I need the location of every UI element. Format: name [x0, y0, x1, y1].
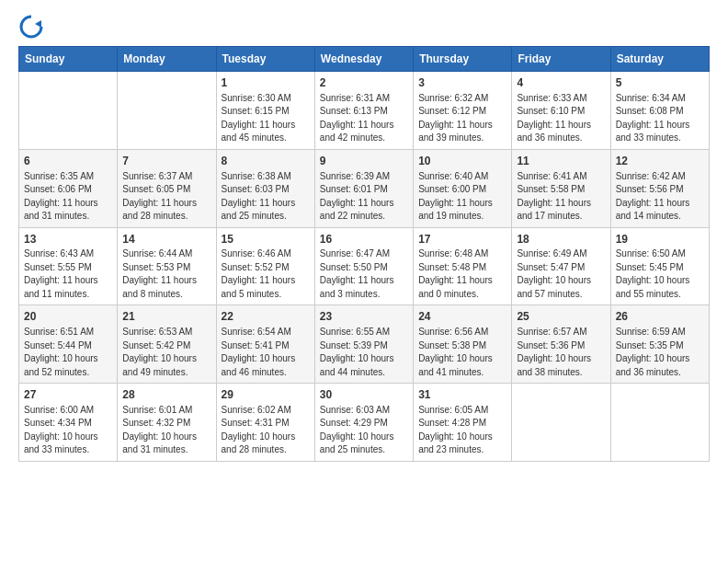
logo-icon: [18, 13, 44, 39]
day-number: 29: [222, 387, 310, 403]
calendar-week-row: 1Sunrise: 6:30 AM Sunset: 6:15 PM Daylig…: [19, 72, 710, 150]
svg-marker-0: [35, 20, 41, 28]
table-row: 7Sunrise: 6:37 AM Sunset: 6:05 PM Daylig…: [118, 149, 216, 227]
day-number: 3: [418, 75, 506, 91]
table-row: [610, 384, 709, 462]
day-number: 26: [616, 309, 704, 325]
day-info: Sunrise: 6:49 AM Sunset: 5:47 PM Dayligh…: [517, 247, 605, 301]
col-friday: Friday: [512, 47, 610, 72]
day-number: 13: [24, 232, 112, 247]
table-row: 15Sunrise: 6:46 AM Sunset: 5:52 PM Dayli…: [216, 227, 314, 305]
table-row: 16Sunrise: 6:47 AM Sunset: 5:50 PM Dayli…: [314, 227, 413, 305]
day-info: Sunrise: 6:54 AM Sunset: 5:41 PM Dayligh…: [222, 326, 310, 379]
day-number: 17: [418, 232, 506, 247]
col-monday: Monday: [118, 47, 216, 72]
day-info: Sunrise: 6:41 AM Sunset: 5:58 PM Dayligh…: [517, 170, 605, 224]
table-row: 3Sunrise: 6:32 AM Sunset: 6:12 PM Daylig…: [414, 72, 512, 150]
day-info: Sunrise: 6:05 AM Sunset: 4:28 PM Dayligh…: [418, 404, 506, 457]
col-thursday: Thursday: [414, 47, 512, 72]
table-row: 18Sunrise: 6:49 AM Sunset: 5:47 PM Dayli…: [512, 227, 610, 305]
table-row: 2Sunrise: 6:31 AM Sunset: 6:13 PM Daylig…: [314, 72, 413, 150]
col-saturday: Saturday: [610, 47, 709, 72]
calendar-week-row: 27Sunrise: 6:00 AM Sunset: 4:34 PM Dayli…: [19, 384, 710, 462]
logo: [18, 13, 48, 39]
day-info: Sunrise: 6:34 AM Sunset: 6:08 PM Dayligh…: [616, 92, 704, 145]
table-row: [19, 72, 118, 150]
day-info: Sunrise: 6:35 AM Sunset: 6:06 PM Dayligh…: [24, 170, 112, 224]
table-row: 24Sunrise: 6:56 AM Sunset: 5:38 PM Dayli…: [414, 305, 512, 384]
table-row: 29Sunrise: 6:02 AM Sunset: 4:31 PM Dayli…: [216, 384, 314, 462]
day-info: Sunrise: 6:30 AM Sunset: 6:15 PM Dayligh…: [222, 92, 310, 145]
header: [0, 0, 728, 46]
table-row: 5Sunrise: 6:34 AM Sunset: 6:08 PM Daylig…: [610, 72, 709, 150]
day-number: 19: [616, 232, 704, 247]
table-row: 6Sunrise: 6:35 AM Sunset: 6:06 PM Daylig…: [19, 149, 118, 227]
table-row: 10Sunrise: 6:40 AM Sunset: 6:00 PM Dayli…: [414, 149, 512, 227]
table-row: 30Sunrise: 6:03 AM Sunset: 4:29 PM Dayli…: [314, 384, 413, 462]
calendar-week-row: 20Sunrise: 6:51 AM Sunset: 5:44 PM Dayli…: [19, 305, 710, 384]
day-info: Sunrise: 6:37 AM Sunset: 6:05 PM Dayligh…: [122, 170, 210, 224]
col-sunday: Sunday: [19, 47, 118, 72]
day-number: 8: [222, 154, 310, 169]
day-info: Sunrise: 6:44 AM Sunset: 5:53 PM Dayligh…: [122, 247, 210, 301]
calendar-header-row: Sunday Monday Tuesday Wednesday Thursday…: [19, 47, 710, 72]
page: Sunday Monday Tuesday Wednesday Thursday…: [0, 0, 728, 563]
day-info: Sunrise: 6:55 AM Sunset: 5:39 PM Dayligh…: [320, 326, 408, 379]
day-number: 16: [320, 232, 408, 247]
day-number: 11: [517, 154, 605, 169]
table-row: 22Sunrise: 6:54 AM Sunset: 5:41 PM Dayli…: [216, 305, 314, 384]
day-number: 18: [517, 232, 605, 247]
day-number: 27: [24, 387, 112, 403]
day-number: 25: [517, 309, 605, 325]
day-number: 30: [320, 387, 408, 403]
day-number: 15: [222, 232, 310, 247]
calendar-week-row: 6Sunrise: 6:35 AM Sunset: 6:06 PM Daylig…: [19, 149, 710, 227]
day-info: Sunrise: 6:02 AM Sunset: 4:31 PM Dayligh…: [222, 404, 310, 457]
table-row: 28Sunrise: 6:01 AM Sunset: 4:32 PM Dayli…: [118, 384, 216, 462]
day-number: 9: [320, 154, 408, 169]
day-number: 4: [517, 75, 605, 91]
calendar-table: Sunday Monday Tuesday Wednesday Thursday…: [18, 46, 710, 462]
day-number: 2: [320, 75, 408, 91]
day-number: 1: [222, 75, 310, 91]
day-number: 5: [616, 75, 704, 91]
col-tuesday: Tuesday: [216, 47, 314, 72]
day-info: Sunrise: 6:33 AM Sunset: 6:10 PM Dayligh…: [517, 92, 605, 145]
table-row: 23Sunrise: 6:55 AM Sunset: 5:39 PM Dayli…: [314, 305, 413, 384]
day-info: Sunrise: 6:03 AM Sunset: 4:29 PM Dayligh…: [320, 404, 408, 457]
col-wednesday: Wednesday: [314, 47, 413, 72]
day-info: Sunrise: 6:59 AM Sunset: 5:35 PM Dayligh…: [616, 326, 704, 379]
day-info: Sunrise: 6:46 AM Sunset: 5:52 PM Dayligh…: [222, 247, 310, 301]
day-number: 31: [418, 387, 506, 403]
day-number: 10: [418, 154, 506, 169]
day-number: 14: [122, 232, 210, 247]
day-number: 6: [24, 154, 112, 169]
table-row: 12Sunrise: 6:42 AM Sunset: 5:56 PM Dayli…: [610, 149, 709, 227]
day-info: Sunrise: 6:47 AM Sunset: 5:50 PM Dayligh…: [320, 247, 408, 301]
day-info: Sunrise: 6:53 AM Sunset: 5:42 PM Dayligh…: [122, 326, 210, 379]
day-info: Sunrise: 6:01 AM Sunset: 4:32 PM Dayligh…: [122, 404, 210, 457]
day-info: Sunrise: 6:50 AM Sunset: 5:45 PM Dayligh…: [616, 247, 704, 301]
table-row: 20Sunrise: 6:51 AM Sunset: 5:44 PM Dayli…: [19, 305, 118, 384]
table-row: 25Sunrise: 6:57 AM Sunset: 5:36 PM Dayli…: [512, 305, 610, 384]
table-row: 8Sunrise: 6:38 AM Sunset: 6:03 PM Daylig…: [216, 149, 314, 227]
day-number: 24: [418, 309, 506, 325]
table-row: 14Sunrise: 6:44 AM Sunset: 5:53 PM Dayli…: [118, 227, 216, 305]
table-row: 13Sunrise: 6:43 AM Sunset: 5:55 PM Dayli…: [19, 227, 118, 305]
table-row: 19Sunrise: 6:50 AM Sunset: 5:45 PM Dayli…: [610, 227, 709, 305]
calendar-week-row: 13Sunrise: 6:43 AM Sunset: 5:55 PM Dayli…: [19, 227, 710, 305]
day-info: Sunrise: 6:42 AM Sunset: 5:56 PM Dayligh…: [616, 170, 704, 224]
table-row: 31Sunrise: 6:05 AM Sunset: 4:28 PM Dayli…: [414, 384, 512, 462]
table-row: 4Sunrise: 6:33 AM Sunset: 6:10 PM Daylig…: [512, 72, 610, 150]
table-row: 26Sunrise: 6:59 AM Sunset: 5:35 PM Dayli…: [610, 305, 709, 384]
day-info: Sunrise: 6:56 AM Sunset: 5:38 PM Dayligh…: [418, 326, 506, 379]
table-row: [118, 72, 216, 150]
day-info: Sunrise: 6:00 AM Sunset: 4:34 PM Dayligh…: [24, 404, 112, 457]
day-number: 21: [122, 309, 210, 325]
day-info: Sunrise: 6:38 AM Sunset: 6:03 PM Dayligh…: [222, 170, 310, 224]
day-info: Sunrise: 6:40 AM Sunset: 6:00 PM Dayligh…: [418, 170, 506, 224]
table-row: 27Sunrise: 6:00 AM Sunset: 4:34 PM Dayli…: [19, 384, 118, 462]
day-number: 23: [320, 309, 408, 325]
day-number: 12: [616, 154, 704, 169]
day-info: Sunrise: 6:32 AM Sunset: 6:12 PM Dayligh…: [418, 92, 506, 145]
